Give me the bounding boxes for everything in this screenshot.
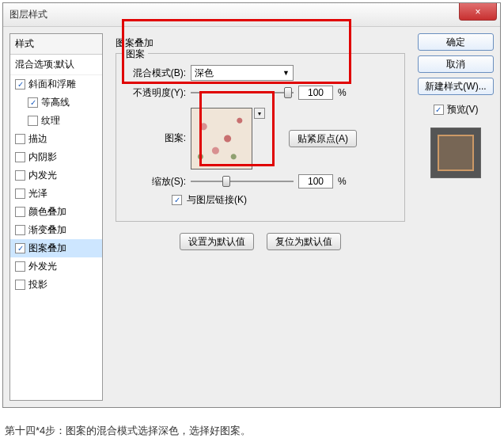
- sidebar-item-label: 描边: [28, 132, 47, 146]
- sidebar-item-label: 外发光: [28, 260, 57, 273]
- opacity-row: 不透明度(Y): 100 %: [124, 86, 396, 100]
- sidebar-item-label: 光泽: [28, 187, 47, 200]
- style-sidebar: 样式 混合选项:默认 ✓斜面和浮雕✓等高线纹理描边内阴影内发光光泽颜色叠加渐变叠…: [9, 33, 103, 401]
- close-icon: ×: [475, 6, 480, 17]
- sidebar-checkbox[interactable]: ✓: [28, 97, 38, 108]
- sidebar-checkbox[interactable]: ✓: [15, 243, 25, 253]
- percent-label: %: [338, 176, 347, 187]
- pattern-swatch[interactable]: [191, 108, 252, 169]
- sidebar-item-label: 投影: [28, 278, 47, 291]
- dialog-body: 样式 混合选项:默认 ✓斜面和浮雕✓等高线纹理描边内阴影内发光光泽颜色叠加渐变叠…: [3, 27, 500, 407]
- new-style-button[interactable]: 新建样式(W)...: [418, 78, 494, 95]
- link-label: 与图层链接(K): [187, 193, 247, 207]
- sidebar-item-label: 纹理: [41, 114, 60, 128]
- sidebar-item-2[interactable]: 纹理: [10, 112, 102, 130]
- preview-row: ✓ 预览(V): [418, 103, 494, 116]
- fieldset-legend: 图案: [123, 48, 148, 61]
- sidebar-item-9[interactable]: ✓图案叠加: [10, 239, 102, 257]
- scale-value[interactable]: 100: [298, 174, 333, 189]
- sidebar-item-5[interactable]: 内发光: [10, 166, 102, 185]
- sidebar-item-label: 内阴影: [28, 150, 57, 164]
- sidebar-item-8[interactable]: 渐变叠加: [10, 221, 102, 239]
- sidebar-checkbox[interactable]: [15, 225, 25, 235]
- sidebar-item-10[interactable]: 外发光: [10, 257, 102, 276]
- sidebar-item-0[interactable]: ✓斜面和浮雕: [10, 75, 102, 93]
- sidebar-item-6[interactable]: 光泽: [10, 185, 102, 203]
- sidebar-item-4[interactable]: 内阴影: [10, 148, 102, 166]
- snap-origin-button[interactable]: 贴紧原点(A): [289, 130, 357, 147]
- ok-button[interactable]: 确定: [418, 33, 494, 51]
- layer-style-dialog: 图层样式 × 样式 混合选项:默认 ✓斜面和浮雕✓等高线纹理描边内阴影内发光光泽…: [2, 2, 501, 408]
- sidebar-item-1[interactable]: ✓等高线: [10, 93, 102, 112]
- sidebar-checkbox[interactable]: ✓: [15, 79, 25, 90]
- sidebar-item-7[interactable]: 颜色叠加: [10, 203, 102, 221]
- sidebar-item-label: 图案叠加: [28, 242, 66, 255]
- opacity-value[interactable]: 100: [298, 86, 333, 100]
- opacity-slider[interactable]: [191, 87, 294, 98]
- sidebar-item-11[interactable]: 投影: [10, 276, 102, 294]
- default-buttons-row: 设置为默认值 复位为默认值: [116, 233, 405, 250]
- blend-mode-value: 深色: [195, 67, 214, 80]
- scale-row: 缩放(S): 100 %: [124, 174, 396, 189]
- sidebar-checkbox[interactable]: [28, 116, 38, 126]
- scale-label: 缩放(S):: [124, 175, 186, 189]
- titlebar: 图层样式 ×: [3, 3, 500, 27]
- blend-mode-label: 混合模式(B):: [124, 67, 186, 80]
- link-checkbox[interactable]: ✓: [172, 195, 182, 205]
- preview-checkbox[interactable]: ✓: [434, 105, 444, 115]
- sidebar-item-label: 等高线: [41, 96, 70, 109]
- chevron-down-icon: ▼: [282, 69, 290, 77]
- scale-slider[interactable]: [191, 176, 294, 187]
- pattern-fieldset: 图案 混合模式(B): 深色 ▼ 不透明度(Y): 100 % 图案:: [116, 53, 405, 222]
- set-default-button[interactable]: 设置为默认值: [180, 233, 254, 250]
- step-caption: 第十四*4步：图案的混合模式选择深色，选择好图案。: [5, 424, 504, 438]
- preview-swatch: [430, 128, 481, 178]
- sidebar-item-label: 渐变叠加: [28, 223, 66, 237]
- preview-label: 预览(V): [447, 103, 479, 116]
- sidebar-item-label: 内发光: [28, 169, 57, 182]
- pattern-dropdown-icon[interactable]: ▾: [254, 108, 265, 119]
- opacity-label: 不透明度(Y):: [124, 86, 186, 100]
- dialog-title: 图层样式: [9, 8, 47, 21]
- section-title: 图案叠加: [116, 36, 405, 50]
- link-row: ✓ 与图层链接(K): [124, 193, 396, 207]
- blend-mode-row: 混合模式(B): 深色 ▼: [124, 65, 396, 81]
- sidebar-checkbox[interactable]: [15, 189, 25, 199]
- reset-default-button[interactable]: 复位为默认值: [267, 233, 341, 250]
- percent-label: %: [338, 87, 347, 98]
- cancel-button[interactable]: 取消: [418, 55, 494, 73]
- pattern-row: 图案: ▾ 贴紧原点(A): [124, 108, 396, 169]
- sidebar-checkbox[interactable]: [15, 170, 25, 181]
- sidebar-item-3[interactable]: 描边: [10, 130, 102, 148]
- sidebar-item-label: 斜面和浮雕: [28, 78, 76, 91]
- sidebar-checkbox[interactable]: [15, 134, 25, 144]
- blend-mode-select[interactable]: 深色 ▼: [191, 65, 294, 81]
- sidebar-checkbox[interactable]: [15, 152, 25, 162]
- sidebar-checkbox[interactable]: [15, 207, 25, 217]
- sidebar-item-label: 颜色叠加: [28, 205, 66, 219]
- main-panel: 图案叠加 图案 混合模式(B): 深色 ▼ 不透明度(Y): 100 %: [109, 33, 411, 401]
- sidebar-header: 样式: [10, 34, 102, 55]
- sidebar-checkbox[interactable]: [15, 280, 25, 290]
- right-column: 确定 取消 新建样式(W)... ✓ 预览(V): [418, 33, 494, 401]
- pattern-label: 图案:: [124, 131, 186, 145]
- sidebar-checkbox[interactable]: [15, 261, 25, 272]
- close-button[interactable]: ×: [459, 3, 497, 21]
- sidebar-subheader[interactable]: 混合选项:默认: [10, 55, 102, 75]
